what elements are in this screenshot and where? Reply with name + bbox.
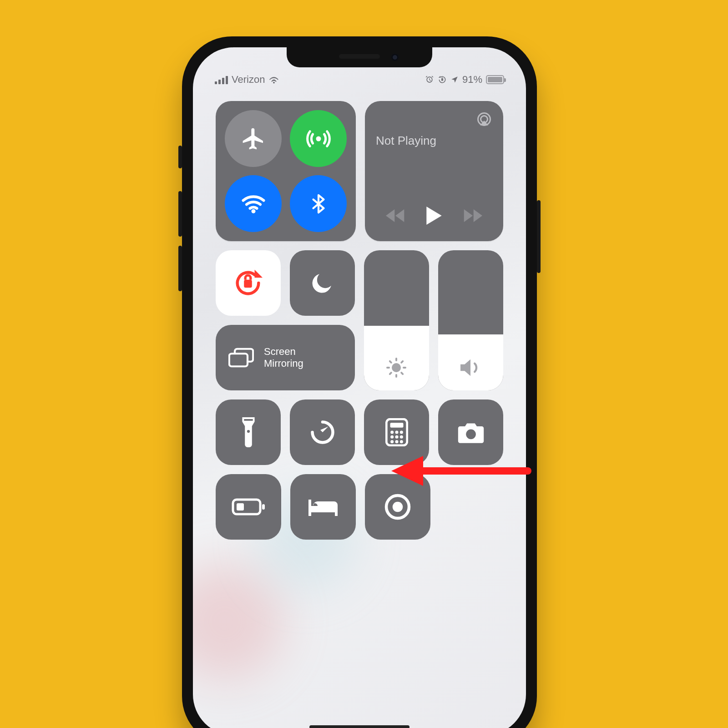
svg-rect-11 [390, 423, 403, 427]
volume-up-button[interactable] [178, 191, 182, 237]
screen-mirroring-icon [228, 348, 254, 368]
forward-icon[interactable] [463, 208, 482, 223]
svg-point-26 [393, 502, 403, 512]
svg-point-9 [247, 430, 249, 433]
wifi-icon [240, 190, 267, 217]
phone-frame: Verizon 91% [182, 36, 537, 728]
rotation-lock-icon [232, 267, 264, 299]
bed-icon [307, 496, 339, 518]
svg-point-1 [316, 136, 321, 141]
timer-icon [309, 419, 336, 446]
calculator-icon [385, 418, 408, 446]
bluetooth-button[interactable] [290, 175, 347, 232]
screen-mirroring-label: Screen Mirroring [264, 346, 303, 369]
volume-slider[interactable] [438, 250, 503, 390]
connectivity-module[interactable] [216, 101, 356, 241]
rotation-lock-status-icon [438, 75, 447, 84]
notch [287, 47, 432, 67]
svg-point-14 [399, 430, 403, 434]
svg-rect-0 [441, 79, 443, 81]
rewind-icon[interactable] [386, 208, 405, 223]
cellular-data-button[interactable] [290, 110, 347, 167]
brightness-slider[interactable] [364, 250, 429, 390]
timer-button[interactable] [290, 399, 355, 465]
media-title: Not Playing [376, 134, 492, 148]
svg-point-12 [390, 430, 394, 434]
svg-rect-7 [229, 354, 248, 366]
sleep-mode-button[interactable] [290, 474, 356, 540]
screen: Verizon 91% [193, 47, 526, 728]
alarm-icon [425, 75, 434, 84]
flashlight-button[interactable] [216, 399, 281, 465]
svg-point-16 [395, 435, 398, 439]
low-power-mode-button[interactable] [216, 474, 281, 540]
home-indicator[interactable] [309, 725, 410, 728]
camera-icon [456, 420, 486, 444]
svg-point-17 [399, 435, 403, 439]
wallpaper-blur [193, 562, 284, 681]
airplay-icon[interactable] [476, 111, 492, 127]
bluetooth-icon [308, 191, 329, 217]
svg-point-18 [390, 440, 394, 443]
media-module[interactable]: Not Playing [365, 101, 503, 241]
carrier-label: Verizon [232, 74, 265, 86]
svg-point-21 [466, 430, 476, 440]
record-icon [384, 493, 411, 521]
status-bar: Verizon 91% [193, 73, 526, 86]
annotation-arrow [387, 450, 532, 491]
svg-rect-23 [262, 504, 265, 510]
brightness-icon [385, 357, 407, 379]
location-icon [450, 76, 459, 84]
svg-point-2 [251, 209, 255, 213]
power-button[interactable] [537, 200, 541, 273]
svg-rect-5 [244, 280, 253, 288]
wifi-icon [268, 75, 279, 84]
rotation-lock-button[interactable] [216, 250, 281, 316]
svg-point-8 [392, 363, 401, 372]
battery-icon [486, 75, 504, 84]
flashlight-icon [239, 417, 258, 447]
battery-low-icon [232, 498, 265, 516]
moon-icon [309, 270, 335, 296]
volume-down-button[interactable] [178, 246, 182, 291]
svg-point-19 [395, 440, 398, 443]
airplane-icon [241, 126, 266, 152]
wifi-button[interactable] [225, 175, 282, 232]
svg-point-15 [390, 435, 394, 439]
battery-percent-label: 91% [462, 74, 482, 86]
screen-mirroring-button[interactable]: Screen Mirroring [216, 325, 355, 390]
svg-rect-24 [237, 503, 244, 511]
play-icon[interactable] [426, 207, 442, 225]
cellular-icon [305, 125, 332, 152]
svg-point-13 [395, 430, 398, 434]
mute-switch[interactable] [178, 146, 182, 168]
do-not-disturb-button[interactable] [290, 250, 355, 316]
airplane-mode-button[interactable] [225, 110, 282, 167]
volume-icon [459, 358, 482, 378]
cellular-signal-icon [215, 75, 228, 84]
svg-point-20 [399, 440, 403, 443]
